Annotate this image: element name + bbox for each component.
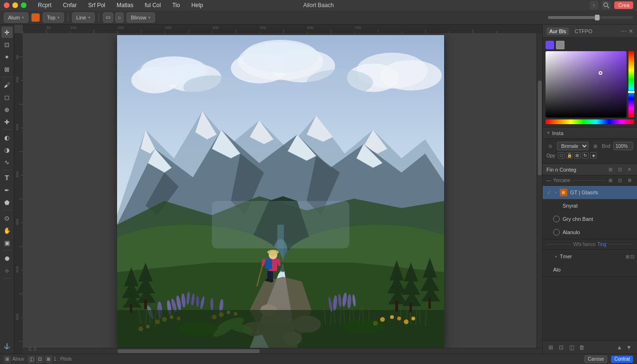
share-icon[interactable]: ↑ [590, 1, 598, 9]
anchor-tool[interactable]: ⚓ [1, 340, 13, 352]
menu-tio[interactable]: Tio [170, 1, 182, 9]
crop-tool[interactable]: ⊠ [1, 64, 13, 75]
timer-visibility[interactable] [546, 253, 552, 260]
panel-tab-ctfpo[interactable]: CTFPO [572, 27, 595, 35]
group-settings[interactable]: ⚙ [626, 177, 633, 184]
spectrum-bar[interactable] [546, 119, 634, 124]
lasso-tool[interactable]: ✦ [1, 51, 13, 63]
menu-cnfar[interactable]: Cnfar [61, 1, 79, 9]
timer-controls: ⊞ ⊡ [626, 254, 634, 259]
gradient-tool[interactable]: ▣ [1, 237, 13, 248]
svg-rect-175 [212, 201, 349, 248]
lock-position[interactable]: 🔒 [566, 152, 573, 159]
convert-button[interactable]: Crea [614, 1, 633, 9]
fill-tool[interactable]: ⬤ [1, 253, 13, 264]
ellipse-tool[interactable]: ○ [115, 12, 124, 23]
move-tool[interactable]: ✛ [1, 27, 13, 38]
lock-scale[interactable]: ⊞ [574, 152, 581, 159]
panel-tab-aur-bls[interactable]: Aur Bls [546, 27, 569, 35]
shape-tool[interactable]: ⬟ [1, 197, 13, 208]
burn-tool[interactable]: ◑ [1, 144, 13, 155]
layers-option2[interactable]: ⊡ [616, 166, 624, 173]
hue-bar[interactable] [628, 51, 634, 118]
timer-ctrl1[interactable]: ⊞ [626, 254, 629, 259]
heal-tool[interactable]: ✚ [1, 116, 13, 127]
blend-icon2[interactable]: ⊞ [592, 142, 599, 150]
group-add[interactable]: ⊞ [607, 177, 614, 184]
layer-row-1[interactable]: ✓ ▾ ⊞ GT | Gtasrls [543, 186, 637, 199]
bottom-icon2[interactable]: ⊡ [36, 356, 43, 363]
blinow-selector[interactable]: Blinow ▾ [127, 12, 155, 23]
bottom-icon3[interactable]: ⊞ [45, 356, 52, 363]
panel-options-icon[interactable]: ⋯ [621, 28, 627, 35]
confirm-button[interactable]: Contrat [611, 355, 633, 363]
vertical-scrollbar[interactable] [537, 33, 542, 348]
rect-tool[interactable]: ▭ [103, 12, 113, 23]
smudge-tool[interactable]: ∿ [1, 156, 13, 168]
select-rect-tool[interactable]: ⊡ [1, 39, 13, 50]
layer-row-1c[interactable]: Alanulo [550, 226, 637, 239]
paint-tool[interactable]: 🖌 [1, 79, 13, 91]
hue-handle[interactable] [628, 91, 635, 93]
bottom-grid-icon[interactable]: ⊞ [4, 356, 10, 363]
dodge-tool[interactable]: ◐ [1, 132, 13, 143]
line-selector[interactable]: Line ▾ [72, 12, 95, 23]
timer-row[interactable]: ▾ Tmer ⊞ ⊡ [543, 250, 637, 263]
opacity-input[interactable]: Rcatitu [613, 142, 633, 150]
layer-row-1a[interactable]: Snyrat [550, 199, 637, 212]
svg-point-94 [210, 298, 213, 310]
layers-panel: — Yorcane ⊞ ⊡ ⚙ ✓ ▾ ⊞ GT | Gtasrls Snyr [543, 175, 637, 340]
lock-all[interactable]: □ [558, 152, 564, 159]
layer-1-expand[interactable]: ▾ [555, 191, 557, 195]
menu-matlas[interactable]: Matlas [115, 1, 135, 9]
hand-tool[interactable]: ✋ [1, 225, 13, 236]
layers-option1[interactable]: ⊞ [607, 166, 614, 173]
menu-ful-col[interactable]: ful Col [143, 1, 163, 9]
color-swatch[interactable] [31, 13, 40, 22]
search-icon[interactable] [602, 1, 610, 9]
maximize-button[interactable] [21, 2, 27, 8]
layer-1-visibility[interactable]: ✓ [546, 189, 552, 196]
group-remove[interactable]: ⊡ [616, 177, 624, 184]
bottom-icon1[interactable]: ◫ [28, 356, 35, 363]
background-color[interactable] [556, 41, 564, 49]
text-tool[interactable]: T [1, 172, 13, 183]
properties-section-header[interactable]: ▼ Insta [543, 127, 637, 139]
pb-icon-4[interactable]: 🗑 [578, 343, 586, 352]
blend-mode-select[interactable]: Binmale [557, 142, 589, 150]
pen-tool[interactable]: ✒ [1, 184, 13, 196]
pb-icon-1[interactable]: ⊞ [546, 343, 555, 352]
zoom-tool[interactable]: ⊙ [1, 212, 13, 224]
lock-transparency[interactable]: ◈ [590, 152, 597, 159]
color-gradient[interactable] [546, 51, 627, 118]
timer-ctrl2[interactable]: ⊡ [630, 254, 634, 259]
minimize-button[interactable] [12, 2, 18, 8]
erase-tool[interactable]: ◻ [1, 91, 13, 103]
panel-close-icon[interactable]: ✕ [628, 28, 633, 35]
pb-arrange-down[interactable]: ▼ [625, 343, 633, 352]
lock-rotate[interactable]: ↻ [582, 152, 589, 159]
clone-tool[interactable]: ⊕ [1, 104, 13, 115]
v-scroll-thumb[interactable] [538, 81, 542, 175]
close-button[interactable] [4, 2, 9, 8]
menu-srf-pol[interactable]: Srf Pol [86, 1, 107, 9]
whi-link[interactable]: Ting [597, 242, 606, 247]
mode-selector[interactable]: Alum ▾ [4, 12, 28, 23]
menu-help[interactable]: Help [190, 1, 205, 9]
foreground-color[interactable] [546, 41, 554, 49]
pb-arrange-up[interactable]: ▲ [615, 343, 624, 352]
layer-row-1b[interactable]: Gry chn Bant [550, 212, 637, 226]
timer-expand[interactable]: ▾ [555, 255, 557, 259]
progress-handle[interactable] [595, 15, 600, 20]
horizontal-scrollbar[interactable] [23, 348, 542, 354]
top-selector[interactable]: Top ▾ [43, 12, 64, 23]
h-scroll-thumb[interactable] [118, 349, 260, 353]
cancel-button[interactable]: Cansse [584, 355, 607, 363]
layer-1a-visibility[interactable] [553, 202, 560, 209]
pb-icon-2[interactable]: ⊡ [557, 343, 565, 352]
layers-close[interactable]: ✕ [626, 166, 633, 173]
alo-row[interactable]: Alo [550, 263, 637, 276]
pb-icon-3[interactable]: ◫ [567, 343, 576, 352]
picker-tool[interactable]: ⊹ [1, 265, 13, 276]
menu-rcprt[interactable]: Rcprt [36, 1, 54, 9]
